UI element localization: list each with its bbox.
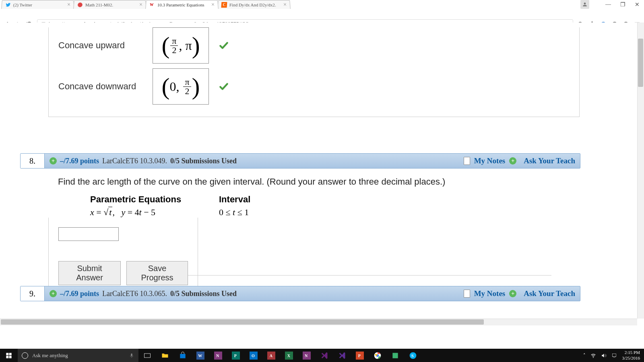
reference-label: LarCalcET6 10.3.049.: [102, 157, 167, 165]
plus-icon[interactable]: +: [509, 290, 516, 297]
my-notes-link[interactable]: My Notes: [474, 289, 506, 298]
tab-math211[interactable]: Math 211-M02. ×: [73, 0, 147, 9]
visualstudio2-button[interactable]: [333, 349, 351, 362]
twitter-icon: [5, 2, 11, 8]
my-notes-link[interactable]: My Notes: [474, 156, 506, 165]
chrome-button[interactable]: [369, 349, 386, 362]
check-icon: [219, 40, 229, 51]
col-parametric: Parametric Equations: [90, 194, 203, 205]
access-button[interactable]: A: [262, 349, 280, 362]
check-icon: [219, 81, 229, 92]
svg-text:P: P: [234, 354, 237, 358]
page-content: Concave upward ( π2, π ) Concave downwar…: [0, 23, 644, 319]
tab-chegg[interactable]: C Find Dy/dx And D2y/dx2. ×: [217, 0, 291, 9]
webassign-icon: W: [149, 2, 155, 8]
browser-tab-strip: (2) Twitter × Math 211-M02. × W 10.3 Par…: [0, 0, 564, 9]
answer-input[interactable]: [58, 227, 119, 241]
svg-rect-39: [613, 354, 616, 356]
windows-taskbar: Ask me anything W N P O A X N P S ˄ 2:15…: [0, 349, 644, 362]
svg-rect-13: [9, 356, 12, 358]
svg-rect-15: [144, 354, 151, 358]
cortana-icon: [22, 352, 28, 359]
points-label: –/7.69 points: [60, 290, 99, 298]
svg-rect-10: [6, 353, 8, 355]
excel-button[interactable]: X: [280, 349, 298, 362]
volume-icon[interactable]: [601, 353, 607, 358]
concave-down-label: Concave downward: [58, 81, 143, 92]
svg-text:W: W: [150, 3, 154, 7]
tab-label: Math 211-M02.: [85, 2, 138, 7]
ask-teacher-link[interactable]: Ask Your Teach: [524, 289, 575, 298]
svg-text:A: A: [270, 354, 273, 358]
maximize-button[interactable]: ❐: [619, 1, 626, 8]
file-explorer-button[interactable]: [156, 349, 174, 362]
cortana-search[interactable]: Ask me anything: [18, 349, 138, 362]
tab-webassign[interactable]: W 10.3 Parametric Equations ×: [145, 0, 219, 9]
onenote2-button[interactable]: N: [298, 349, 316, 362]
divider: [169, 275, 551, 276]
reference-label: LarCalcET6 10.3.065.: [102, 290, 167, 298]
minimize-button[interactable]: —: [605, 1, 612, 8]
plus-icon[interactable]: +: [509, 157, 516, 165]
wifi-icon[interactable]: [590, 353, 596, 358]
question-9-header: 9. + –/7.69 points LarCalcET6 10.3.065. …: [20, 286, 580, 301]
question-number: 8.: [21, 154, 45, 168]
close-window-button[interactable]: ✕: [634, 1, 641, 8]
close-icon[interactable]: ×: [139, 2, 143, 8]
scroll-thumb[interactable]: [638, 39, 643, 87]
notes-icon[interactable]: [464, 157, 470, 165]
question-number: 9.: [21, 286, 45, 301]
expand-icon[interactable]: +: [50, 290, 57, 297]
question-7-body: Concave upward ( π2, π ) Concave downwar…: [48, 27, 580, 117]
concave-up-label: Concave upward: [58, 40, 143, 51]
concave-down-answer[interactable]: ( 0, π2 ): [153, 68, 209, 105]
concave-up-answer[interactable]: ( π2, π ): [153, 27, 209, 64]
ask-teacher-link[interactable]: Ask Your Teach: [524, 156, 575, 165]
interval-value: 0 ≤ t ≤ 1: [219, 207, 249, 218]
tab-twitter[interactable]: (2) Twitter ×: [1, 0, 74, 9]
concave-upward-row: Concave upward ( π2, π ): [58, 27, 570, 64]
powerpoint-button[interactable]: P: [351, 349, 369, 362]
store-button[interactable]: [174, 349, 192, 362]
tab-label: Find Dy/dx And D2y/dx2.: [229, 2, 282, 7]
chegg-icon: C: [221, 2, 227, 8]
close-icon[interactable]: ×: [211, 2, 215, 8]
word-button[interactable]: W: [192, 349, 209, 362]
horizontal-scrollbar[interactable]: [0, 319, 637, 325]
app-button[interactable]: [386, 349, 404, 362]
scroll-thumb[interactable]: [1, 319, 484, 325]
equation-table: Parametric Equations Interval x = t, y =…: [90, 194, 570, 218]
notifications-icon[interactable]: [611, 353, 617, 358]
svg-text:N: N: [216, 354, 219, 358]
col-interval: Interval: [219, 194, 250, 205]
onenote-button[interactable]: N: [209, 349, 227, 362]
publisher-button[interactable]: P: [227, 349, 245, 362]
clock[interactable]: 2:15 PM 3/25/2016: [622, 350, 640, 360]
start-button[interactable]: [0, 349, 18, 362]
notes-icon[interactable]: [464, 290, 470, 298]
user-button[interactable]: [580, 0, 589, 9]
expand-icon[interactable]: +: [50, 157, 57, 165]
task-view-button[interactable]: [138, 349, 156, 362]
save-progress-button[interactable]: Save Progress: [126, 261, 188, 285]
tab-label: (2) Twitter: [13, 2, 66, 7]
tray-chevron-icon[interactable]: ˄: [583, 353, 586, 358]
time-label: 2:15 PM: [622, 350, 640, 355]
concave-downward-row: Concave downward ( 0, π2 ): [58, 68, 570, 105]
vertical-scrollbar[interactable]: [637, 23, 644, 319]
points-label: –/7.69 points: [60, 157, 99, 165]
question-prompt: Find the arc length of the curve on the …: [58, 177, 570, 187]
mic-icon[interactable]: [129, 353, 134, 358]
svg-text:P: P: [358, 354, 361, 358]
visualstudio-button[interactable]: [316, 349, 333, 362]
skype-button[interactable]: S: [404, 349, 422, 362]
submit-answer-button[interactable]: Submit Answer: [58, 261, 121, 285]
close-icon[interactable]: ×: [67, 2, 71, 8]
tab-label: 10.3 Parametric Equations: [157, 2, 210, 7]
svg-text:N: N: [305, 354, 308, 358]
close-icon[interactable]: ×: [283, 2, 287, 8]
cortana-placeholder: Ask me anything: [32, 352, 68, 359]
submissions-label: 0/5 Submissions Used: [170, 157, 237, 165]
outlook-button[interactable]: O: [245, 349, 262, 362]
svg-point-0: [78, 2, 83, 7]
